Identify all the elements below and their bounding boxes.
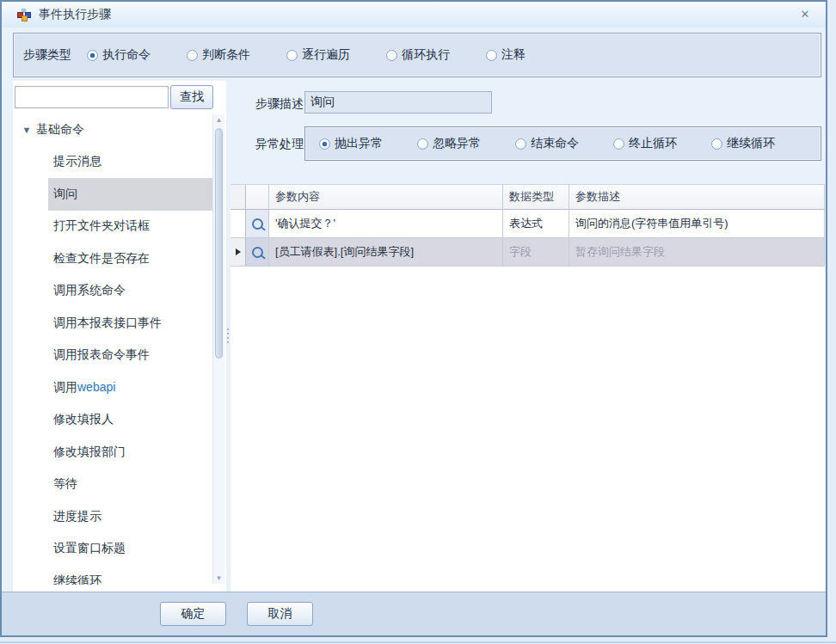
tree-item-label: 调用报表命令事件 [53,347,150,363]
lookup-cell[interactable] [246,238,269,267]
radio-unselected-icon[interactable] [417,138,428,150]
tree-item[interactable]: 继续循环 [48,565,212,585]
step-type-option-label: 逐行遍历 [302,47,350,63]
dialog-title: 事件执行步骤 [39,7,111,22]
step-type-option-label: 执行命令 [102,47,151,63]
exception-option-label: 结束命令 [531,136,579,151]
scroll-down-icon[interactable]: ▼ [213,574,224,582]
ok-button[interactable]: 确定 [160,602,226,626]
app-icon [17,8,31,21]
scrollbar-thumb[interactable] [215,128,223,359]
param-row[interactable]: [员工请假表].[询问结果字段]字段暂存询问结果字段 [231,238,825,267]
cancel-button[interactable]: 取消 [247,602,313,626]
tree-item[interactable]: 提示消息 [48,146,212,179]
lookup-cell[interactable] [246,210,269,238]
search-input[interactable] [15,86,169,108]
tree-item[interactable]: 调用webapi [48,371,212,404]
row-indicator-cell [231,238,246,267]
param-desc-cell: 询问的消息(字符串值用单引号) [569,210,825,238]
tree-item[interactable]: 进度提示 [48,500,212,533]
param-type-cell: 字段 [503,238,569,267]
exception-option-label: 忽略异常 [433,136,481,151]
exception-option[interactable]: 结束命令 [515,136,579,151]
col-header-content[interactable]: 参数内容 [269,185,503,210]
step-type-option-label: 注释 [501,47,526,63]
radio-unselected-icon[interactable] [515,138,526,150]
step-type-option[interactable]: 循环执行 [386,47,450,63]
col-header-type[interactable]: 数据类型 [503,185,569,210]
step-type-option[interactable]: 逐行遍历 [286,47,350,63]
dialog-event-steps: 事件执行步骤 ✕ 步骤类型 执行命令判断条件逐行遍历循环执行注释 查找 ▼基础命… [0,0,827,637]
tree-item[interactable]: ▼基础命令 [13,113,212,146]
row-indicator-header [231,185,246,210]
tree-item-label: 检查文件是否存在 [53,251,150,267]
exception-radio-group: 抛出异常忽略异常结束命令终止循环继续循环 [319,136,775,151]
tree-item-label: 打开文件夹对话框 [53,218,150,234]
tree-item[interactable]: 调用系统命令 [48,275,212,308]
exception-option[interactable]: 终止循环 [613,136,677,151]
step-type-label: 步骤类型 [23,47,71,63]
radio-unselected-icon[interactable] [613,138,624,150]
radio-selected-icon[interactable] [319,138,330,150]
tree-item[interactable]: 检查文件是否存在 [48,242,212,275]
param-desc-cell: 暂存询问结果字段 [569,238,825,267]
tree-item[interactable]: 询问 [48,178,212,211]
footer-bar: 确定 取消 [2,592,826,635]
step-type-option[interactable]: 判断条件 [187,47,250,63]
tree-item[interactable]: 打开文件夹对话框 [48,211,212,243]
tree-item-label: 等待 [53,476,77,492]
param-content-cell[interactable]: '确认提交？' [269,210,503,238]
tree-item[interactable]: 修改填报人 [48,404,212,437]
row-indicator-cell [231,210,246,238]
step-desc-field[interactable]: 询问 [304,91,492,113]
col-header-desc[interactable]: 参数描述 [569,185,825,210]
tree-item[interactable]: 设置窗口标题 [48,533,212,566]
exception-groupbox: 抛出异常忽略异常结束命令终止循环继续循环 [304,126,821,161]
tree-item-label: 修改填报人 [53,412,114,427]
exception-option[interactable]: 继续循环 [711,136,775,151]
tree-item[interactable]: 调用本报表接口事件 [48,307,212,340]
exception-option-label: 抛出异常 [335,136,383,151]
search-button[interactable]: 查找 [170,85,213,109]
radio-unselected-icon[interactable] [187,50,198,61]
tree-item[interactable]: 等待 [48,469,212,501]
radio-unselected-icon[interactable] [486,50,497,61]
step-type-groupbox: 步骤类型 执行命令判断条件逐行遍历循环执行注释 [13,33,821,77]
params-table-header: 参数内容 数据类型 参数描述 [231,185,825,210]
param-row[interactable]: '确认提交？'表达式询问的消息(字符串值用单引号) [231,210,825,238]
param-content-cell[interactable]: [员工请假表].[询问结果字段] [269,238,503,267]
tree-item-label: 进度提示 [53,509,101,524]
lookup-header [246,185,269,210]
tree-item-label: 询问 [53,187,77,202]
titlebar[interactable]: 事件执行步骤 ✕ [2,2,826,28]
step-type-option[interactable]: 注释 [486,47,526,63]
tree-item-label: 调用系统命令 [53,283,126,298]
tree-item[interactable]: 修改填报部门 [48,436,212,469]
exception-option[interactable]: 抛出异常 [319,136,383,151]
step-type-option-label: 判断条件 [202,47,250,63]
step-desc-label: 步骤描述 [255,96,304,112]
magnifier-icon[interactable] [252,218,263,230]
screen: 事件执行步骤 ✕ 步骤类型 执行命令判断条件逐行遍历循环执行注释 查找 ▼基础命… [0,0,836,644]
magnifier-icon[interactable] [252,247,263,258]
step-type-radio-group: 执行命令判断条件逐行遍历循环执行注释 [87,47,526,63]
tree-item[interactable]: 调用报表命令事件 [48,340,212,372]
exception-option[interactable]: 忽略异常 [417,136,481,151]
exception-label: 异常处理 [255,137,304,152]
radio-unselected-icon[interactable] [711,138,722,150]
close-icon[interactable]: ✕ [797,8,813,21]
radio-unselected-icon[interactable] [286,50,298,61]
tree-item-label: 修改填报部门 [53,445,126,460]
tree-item-label: 设置窗口标题 [53,541,126,556]
radio-selected-icon[interactable] [87,50,98,61]
tree-item-label: 继续循环 [53,573,101,585]
tree-expander-icon[interactable]: ▼ [21,125,33,135]
tree-item-label: 调用webapi [53,380,115,396]
tree-scrollbar[interactable]: ▲ ▼ [212,114,224,584]
step-type-option-label: 循环执行 [402,47,450,63]
splitter-grip-icon [227,328,229,343]
command-tree: ▼基础命令提示消息询问打开文件夹对话框检查文件是否存在调用系统命令调用本报表接口… [13,113,212,585]
step-type-option[interactable]: 执行命令 [87,47,151,63]
radio-unselected-icon[interactable] [386,50,397,61]
scroll-up-icon[interactable]: ▲ [213,116,224,124]
